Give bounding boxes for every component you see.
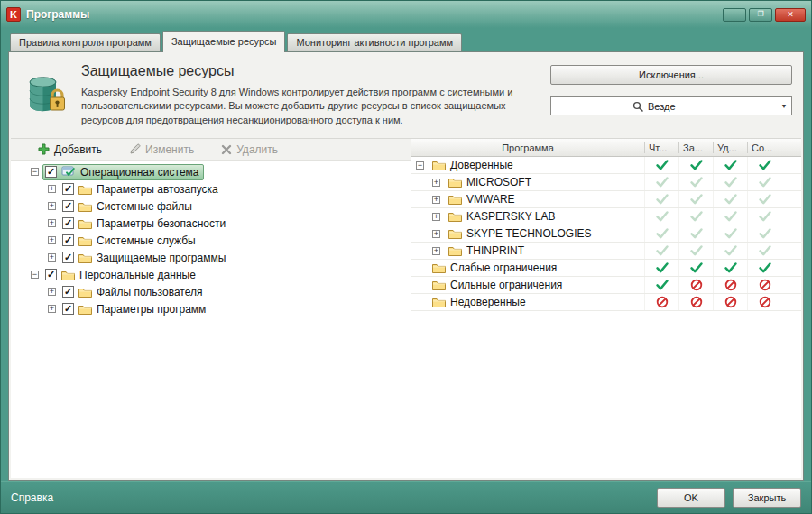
inherited-check-icon: [644, 208, 678, 225]
tree-item[interactable]: +✓Параметры безопасности: [11, 215, 411, 232]
folder-icon: [448, 211, 462, 222]
kaspersky-logo-icon: K: [6, 7, 21, 22]
close-window-button[interactable]: ✕: [775, 8, 806, 22]
exclusions-button[interactable]: Исключения...: [550, 65, 792, 85]
tree-item-body: ✓Параметры программ: [60, 301, 210, 317]
row-label: SKYPE TECHNOLOGIES: [466, 227, 592, 240]
expand-icon[interactable]: +: [48, 219, 56, 227]
row-label-cell: Сильные ограничения: [411, 279, 644, 291]
expand-icon[interactable]: +: [432, 213, 440, 221]
help-link[interactable]: Справка: [11, 491, 53, 504]
column-write[interactable]: За...: [678, 142, 713, 153]
collapse-icon[interactable]: −: [416, 161, 424, 170]
tree-item[interactable]: +✓Параметры автозапуска: [11, 180, 411, 197]
column-read[interactable]: Чт...: [644, 142, 678, 153]
add-label: Добавить: [54, 143, 102, 156]
expand-icon[interactable]: +: [48, 305, 56, 313]
column-program[interactable]: Программа: [411, 142, 644, 153]
resources-pane: Добавить Изменить Удалить −✓Операционная…: [11, 139, 411, 478]
table-row[interactable]: +KASPERSKY LAB: [411, 208, 801, 225]
tree-item[interactable]: +✓Защищаемые программы: [11, 249, 411, 266]
deny-icon: [747, 294, 781, 310]
tree-item[interactable]: +✓Файлы пользователя: [11, 283, 411, 300]
table-row[interactable]: Сильные ограничения: [411, 277, 801, 294]
item-checkbox[interactable]: ✓: [45, 166, 57, 178]
item-checkbox[interactable]: ✓: [62, 234, 74, 246]
expand-icon[interactable]: +: [432, 179, 440, 187]
folder-icon: [61, 270, 75, 280]
tree-item[interactable]: +✓Системные службы: [11, 232, 411, 249]
table-row[interactable]: +VMWARE: [411, 191, 801, 208]
delete-button[interactable]: Удалить: [221, 143, 278, 156]
folder-icon: [78, 184, 92, 195]
tree-item-body: ✓Системные службы: [60, 233, 200, 249]
expand-icon[interactable]: +: [48, 253, 56, 262]
expand-icon[interactable]: +: [432, 230, 440, 238]
search-scope[interactable]: Везде: [629, 101, 679, 112]
folder-icon: [448, 194, 462, 205]
tab-2[interactable]: Мониторинг активности программ: [287, 33, 462, 51]
expand-icon[interactable]: +: [48, 236, 56, 244]
minimize-button[interactable]: ─: [723, 8, 746, 22]
tree-item-body: ✓Системные файлы: [60, 198, 197, 215]
inherited-check-icon: [678, 243, 713, 259]
collapse-icon[interactable]: −: [31, 271, 39, 279]
row-label: Доверенные: [450, 159, 513, 171]
item-checkbox[interactable]: ✓: [62, 252, 74, 263]
protected-resources-icon: [23, 63, 70, 127]
row-label-cell: +KASPERSKY LAB: [411, 210, 644, 223]
add-button[interactable]: Добавить: [38, 143, 102, 156]
table-row[interactable]: −Доверенные: [411, 157, 801, 174]
row-label-cell: +THINPRINT: [411, 244, 644, 257]
row-label: Недоверенные: [450, 296, 526, 308]
folder-icon: [78, 235, 92, 246]
maximize-button[interactable]: ❐: [749, 8, 772, 22]
toolbar: Добавить Изменить Удалить: [11, 139, 411, 161]
item-checkbox[interactable]: ✓: [62, 286, 74, 298]
column-delete[interactable]: Уд...: [713, 142, 747, 153]
tree-item[interactable]: +✓Системные файлы: [11, 197, 411, 215]
content-area: Добавить Изменить Удалить −✓Операционная…: [11, 138, 801, 478]
tree-item[interactable]: −✓Операционная система: [11, 163, 411, 180]
search-input[interactable]: [551, 97, 629, 115]
inherited-check-icon: [678, 174, 713, 190]
item-checkbox[interactable]: ✓: [62, 303, 74, 315]
expand-icon[interactable]: +: [432, 247, 440, 255]
table-row[interactable]: +MICROSOFT: [411, 174, 801, 191]
row-label: KASPERSKY LAB: [466, 210, 556, 223]
expand-icon[interactable]: +: [432, 196, 440, 204]
app-window: K Программы ─ ❐ ✕ Правила контроля прогр…: [0, 0, 812, 514]
search-box[interactable]: Везде ▼: [550, 96, 792, 115]
close-button[interactable]: Закрыть: [733, 488, 801, 508]
row-label-cell: Недоверенные: [411, 296, 644, 308]
row-label: THINPRINT: [466, 244, 524, 257]
item-checkbox[interactable]: ✓: [62, 200, 74, 212]
table-row[interactable]: Недоверенные: [411, 294, 801, 311]
row-label: Слабые ограничения: [450, 262, 557, 274]
allow-check-icon: [747, 157, 781, 173]
collapse-icon[interactable]: −: [31, 168, 39, 176]
item-checkbox[interactable]: ✓: [45, 269, 57, 280]
column-create[interactable]: Со...: [747, 142, 781, 153]
edit-button[interactable]: Изменить: [129, 143, 194, 156]
item-checkbox[interactable]: ✓: [62, 217, 74, 229]
expand-icon[interactable]: +: [48, 288, 56, 296]
table-row[interactable]: +THINPRINT: [411, 243, 801, 260]
deny-icon: [678, 294, 713, 310]
dropdown-arrow-icon[interactable]: ▼: [777, 103, 791, 109]
tree-item[interactable]: −✓Персональные данные: [11, 266, 411, 283]
main-panel: Защищаемые ресурсы Kaspersky Endpoint Se…: [8, 51, 804, 481]
tree-item-label: Защищаемые программы: [97, 252, 226, 264]
table-row[interactable]: Слабые ограничения: [411, 260, 801, 277]
expand-icon[interactable]: +: [48, 202, 56, 210]
row-label-cell: +MICROSOFT: [411, 176, 644, 188]
item-checkbox[interactable]: ✓: [62, 183, 74, 195]
ok-button[interactable]: OK: [657, 488, 725, 508]
tab-1[interactable]: Защищаемые ресурсы: [162, 31, 286, 52]
tab-0[interactable]: Правила контроля программ: [10, 33, 161, 51]
table-row[interactable]: +SKYPE TECHNOLOGIES: [411, 225, 801, 243]
tree-item[interactable]: +✓Параметры программ: [11, 300, 411, 317]
row-label-cell: Слабые ограничения: [411, 262, 644, 274]
folder-icon: [448, 245, 462, 256]
expand-icon[interactable]: +: [48, 185, 56, 193]
